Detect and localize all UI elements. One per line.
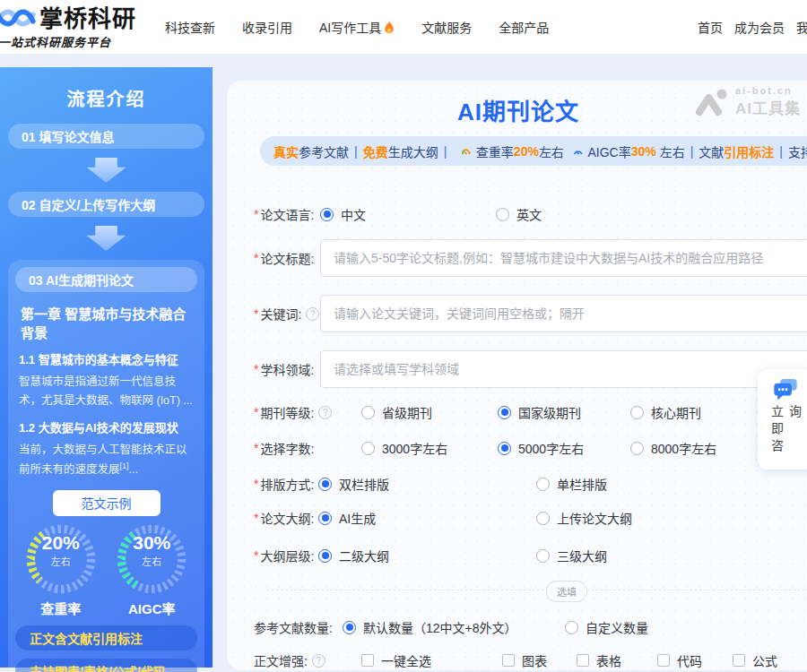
feature-outline: 生成大纲 <box>388 142 438 160</box>
help-icon[interactable]: ? <box>306 307 319 321</box>
radio-unselected[interactable] <box>496 208 509 221</box>
option-label: 单栏排版 <box>557 475 607 493</box>
nav-item-citation[interactable]: 收录引用 <box>242 18 292 36</box>
enhance-charts-checkbox[interactable]: 图表 <box>502 651 547 669</box>
help-icon[interactable]: ? <box>312 654 325 668</box>
feature-citation-pill: 正文含文献引用标注 <box>15 625 197 650</box>
label-text: 论文标题: <box>260 249 314 267</box>
nav-item-literature[interactable]: 文献服务 <box>421 18 472 36</box>
nav-item-become-member[interactable]: 成为会员 <box>734 18 785 36</box>
radio-unselected[interactable] <box>630 442 644 455</box>
enhance-select-all-checkbox[interactable]: 一键全选 <box>361 651 431 669</box>
nav-item-home[interactable]: 首页 <box>698 18 723 36</box>
speedometer-orange-icon <box>461 143 472 159</box>
enhance-code-checkbox[interactable]: 代码 <box>657 651 702 669</box>
option-label: 国家级期刊 <box>518 403 581 421</box>
checkbox-unchecked[interactable] <box>361 654 374 667</box>
journal-core-option[interactable]: 核心期刊 <box>630 403 701 421</box>
paper-title-input[interactable] <box>320 239 807 277</box>
language-chinese-option[interactable]: 中文 <box>320 205 366 223</box>
keywords-label: *关键词:? <box>254 305 319 323</box>
nav-item-ai-writing[interactable]: AI写作工具 <box>319 18 395 36</box>
words-3000-option[interactable]: 3000字左右 <box>361 439 447 457</box>
enhance-formula-checkbox[interactable]: 公式 <box>733 651 777 669</box>
radio-unselected[interactable] <box>536 512 550 525</box>
journal-national-option[interactable]: 国家级期刊 <box>498 403 581 421</box>
option-label: 省级期刊 <box>382 403 432 421</box>
feature-bar: 真实 参考文献 | 免费 生成大纲 | 查重率 20% 左右 AIGC率 30%… <box>260 136 807 166</box>
journal-level-label: *期刊等级:? <box>254 403 332 421</box>
journal-provincial-option[interactable]: 省级期刊 <box>361 403 432 421</box>
radio-unselected[interactable] <box>361 406 375 419</box>
outline-upload-option[interactable]: 上传论文大纲 <box>536 509 632 527</box>
top-navbar: 掌桥科研 一站式科研服务平台 科技查新 收录引用 AI写作工具 文献服务 全部产… <box>0 0 807 54</box>
label-text: 期刊等级: <box>260 403 314 421</box>
citation-ref: [1] <box>120 461 129 470</box>
required-asterisk: * <box>254 306 258 321</box>
outline-three-level-option[interactable]: 三级大纲 <box>536 547 607 564</box>
checkbox-unchecked[interactable] <box>657 654 670 667</box>
checkbox-unchecked[interactable] <box>577 654 589 667</box>
words-5000-option[interactable]: 5000字左右 <box>498 439 584 457</box>
layout-style-row: *排版方式: 双栏排版 单栏排版 <box>254 475 807 493</box>
option-label: 5000字左右 <box>518 439 584 457</box>
subject-input[interactable] <box>320 350 807 388</box>
radio-unselected[interactable] <box>630 406 644 419</box>
checkbox-unchecked[interactable] <box>733 654 745 667</box>
chat-bubbles-icon <box>772 378 799 401</box>
paper-title-row: *论文标题: <box>254 249 807 267</box>
checkbox-unchecked[interactable] <box>502 654 515 667</box>
radio-unselected[interactable] <box>536 478 550 491</box>
sample-section-1-body: 智慧城市是指通过新一代信息技术，尤其是大数据、物联网 (IoT) ... <box>19 373 195 409</box>
label-text: 参考文献数量: <box>254 618 333 636</box>
words-8000-option[interactable]: 8000字左右 <box>630 439 716 457</box>
sidebar-title: 流程介绍 <box>8 85 204 111</box>
radio-unselected[interactable] <box>536 549 550 563</box>
radio-selected[interactable] <box>343 621 356 634</box>
radio-selected[interactable] <box>318 549 332 563</box>
layout-one-column-option[interactable]: 单栏排版 <box>536 475 607 493</box>
ai-journal-paper-panel: ai-bot.cn AI工具集 AI期刊论文 真实 参考文献 | 免费 生成大纲… <box>227 81 807 670</box>
radio-unselected[interactable] <box>565 621 578 634</box>
logo-wave-icon <box>0 4 38 32</box>
fire-icon <box>384 21 395 34</box>
radio-selected[interactable] <box>320 208 334 221</box>
subject-label: *学科领域: <box>254 360 314 378</box>
paper-title-label: *论文标题: <box>254 249 314 267</box>
process-sidebar: 流程介绍 01 填写论文信息 02 自定义/上传写作大纲 03 AI生成期刊论文… <box>0 67 213 668</box>
nav-item-tech-novelty[interactable]: 科技查新 <box>165 18 215 36</box>
keywords-input[interactable] <box>320 295 807 332</box>
label-text: 正文增强: <box>254 651 308 669</box>
radio-selected[interactable] <box>498 406 511 419</box>
outline-level-row: *大纲层级:? 二级大纲 三级大纲 <box>254 547 807 564</box>
site-logo[interactable]: 掌桥科研 一站式科研服务平台 <box>0 4 136 50</box>
radio-selected[interactable] <box>318 478 332 491</box>
sample-paper-button[interactable]: 范文示例 <box>53 490 161 516</box>
radio-selected[interactable] <box>498 442 511 455</box>
journal-level-row: *期刊等级:? 省级期刊 国家级期刊 核心期刊 <box>254 403 807 421</box>
help-icon[interactable]: ? <box>318 406 332 419</box>
sample-section-2-text: 当前，大数据与人工智能技术正以前所未有的速度发展 <box>19 444 187 476</box>
keywords-row: *关键词:? <box>254 305 807 323</box>
outline-ai-option[interactable]: AI生成 <box>318 509 376 527</box>
label-text: 选择字数: <box>260 439 314 457</box>
duplicate-rate-approx: 左右 <box>23 554 99 568</box>
nav-item-all-products[interactable]: 全部产品 <box>499 18 549 36</box>
radio-unselected[interactable] <box>361 442 375 455</box>
consult-widget[interactable]: 立即咨询 <box>758 369 807 470</box>
feature-dup-rate-label: 查重率 <box>476 142 514 160</box>
enhance-tables-checkbox[interactable]: 表格 <box>577 651 621 669</box>
language-english-option[interactable]: 英文 <box>496 205 542 223</box>
feature-aigc-value: 30% <box>631 144 656 159</box>
option-label: AI生成 <box>339 509 376 527</box>
ref-custom-option[interactable]: 自定义数量 <box>565 618 648 636</box>
radio-selected[interactable] <box>318 512 332 525</box>
nav-item-ai-writing-label: AI写作工具 <box>319 18 381 36</box>
ref-default-option[interactable]: 默认数量（12中文+8外文） <box>343 618 517 636</box>
layout-two-column-option[interactable]: 双栏排版 <box>318 475 389 493</box>
outline-two-level-option[interactable]: 二级大纲 <box>318 547 389 564</box>
required-asterisk: * <box>254 511 258 525</box>
nav-item-my-account[interactable]: 我的 <box>796 18 807 36</box>
step-2-pill: 02 自定义/上传写作大纲 <box>8 192 204 217</box>
content-enhance-row: 正文增强:? 一键全选 图表 表格 代码 公式 <box>254 651 807 669</box>
